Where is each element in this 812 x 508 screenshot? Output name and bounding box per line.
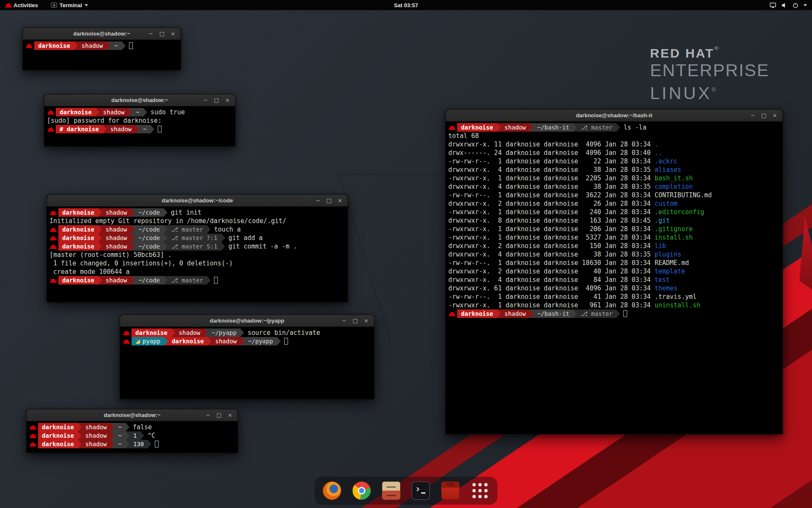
terminal-window-bash-it: darknoise@shadow:~/bash-it − □ × darknoi… [445, 109, 783, 434]
window-titlebar[interactable]: darknoise@shadow:~ − □ × [27, 409, 238, 421]
close-button[interactable]: × [771, 111, 779, 120]
terminal-content[interactable]: darknoiseshadow~falsedarknoiseshadow~1^C… [27, 421, 238, 448]
prompt-segment-user: darknoise [132, 329, 171, 337]
redhat-prompt-icon [51, 245, 56, 248]
dock-appgrid-icon[interactable] [470, 481, 490, 500]
terminal-prompt-line: darknoiseshadow~/bash-it⎇ masterls -la [448, 123, 782, 132]
dock [315, 477, 497, 505]
command-text: git init [171, 209, 201, 216]
file-name: install.sh [655, 234, 693, 241]
file-name: .travis.yml [655, 293, 697, 301]
maximize-button[interactable]: □ [325, 196, 333, 205]
powerline-arrow-icon [164, 225, 167, 234]
terminal-content[interactable]: darknoiseshadow~/codegit initInitialized… [47, 207, 348, 284]
window-titlebar[interactable]: darknoise@shadow:~ − □ × [23, 28, 181, 40]
dock-terminal-icon[interactable] [411, 481, 431, 500]
minimize-button[interactable]: − [204, 411, 212, 420]
system-status-area[interactable] [770, 3, 812, 8]
minimize-button[interactable]: − [147, 30, 155, 38]
powerline-arrow-icon [529, 309, 533, 318]
prompt-segment-host: shadow [501, 123, 530, 132]
close-button[interactable]: × [336, 196, 344, 205]
close-button[interactable]: × [362, 317, 370, 325]
window-titlebar[interactable]: darknoise@shadow:~/pyapp − □ × [120, 315, 374, 327]
terminal-output-line: -rw-rw-r--. 1 darknoise darknoise 41 Jan… [448, 293, 782, 301]
minimize-button[interactable]: − [201, 96, 210, 105]
redhat-prompt-icon [51, 211, 56, 214]
close-button[interactable]: × [223, 96, 232, 105]
terminal-prompt-line: darknoiseshadow~/code⎇ master S:1git com… [49, 242, 348, 251]
close-button[interactable]: × [226, 411, 234, 420]
powerline-arrow-icon [131, 234, 134, 242]
powerline-arrow-icon [207, 276, 211, 284]
registered-mark: ® [712, 86, 718, 93]
terminal-cursor [214, 277, 218, 284]
git-branch-icon: ⎇ [171, 243, 182, 250]
dock-toolbox-icon[interactable] [441, 481, 460, 500]
redhat-prompt-icon [48, 127, 53, 131]
prompt-segment-host: shadow [501, 309, 530, 318]
prompt-segment-user: darknoise [38, 423, 78, 431]
redhat-prompt-icon [51, 228, 56, 231]
minimize-button[interactable]: − [340, 317, 348, 325]
terminal-window-code: darknoise@shadow:~/code − □ × darknoises… [47, 194, 348, 302]
prompt-segment-host: shadow [211, 337, 241, 345]
minimize-button[interactable]: − [314, 196, 322, 205]
command-text: ls -la [623, 124, 646, 131]
app-menu-terminal[interactable]: Terminal [48, 0, 91, 10]
powerline-arrow-icon [277, 337, 281, 345]
terminal-content[interactable]: darknoiseshadow~sudo true[sudo] password… [44, 106, 235, 133]
terminal-output-line: drwxrwxr-x. 4 darknoise darknoise 84 Jan… [448, 276, 782, 284]
maximize-button[interactable]: □ [760, 111, 768, 120]
file-meta: -rwxrwxr-x. 1 darknoise darknoise 961 Ja… [448, 301, 655, 309]
output-text: [sudo] password for darknoise: [47, 117, 162, 124]
terminal-content[interactable]: darknoiseshadow~ [23, 40, 181, 50]
activities-button[interactable]: Activities [3, 0, 41, 10]
window-titlebar[interactable]: darknoise@shadow:~/bash-it − □ × [446, 110, 782, 121]
close-button[interactable]: × [169, 30, 177, 38]
maximize-button[interactable]: □ [351, 317, 359, 325]
minimize-button[interactable]: − [749, 111, 757, 120]
file-name: custom [655, 200, 678, 207]
prompt-segment-host: shadow [102, 225, 131, 234]
redhat-logo-icon [6, 3, 11, 7]
prompt-segment-user: darknoise [457, 309, 497, 318]
prompt-segment-path: ~/code [134, 276, 164, 284]
terminal-output-line: create mode 100644 a [49, 268, 348, 276]
dock-files-icon[interactable] [381, 481, 401, 500]
prompt-segment-path: ~/bash-it [533, 309, 573, 318]
clock[interactable]: Sat 03:57 [394, 2, 418, 8]
maximize-button[interactable]: □ [158, 30, 166, 38]
powerline-arrow-icon [164, 234, 167, 242]
file-name: .ackrc [655, 157, 678, 165]
powerline-arrow-icon [616, 123, 620, 132]
maximize-button[interactable]: □ [212, 96, 221, 105]
dock-firefox-icon[interactable] [322, 481, 342, 500]
prompt-segment-user: darknoise [168, 337, 208, 345]
terminal-prompt-line: # darknoiseshadow~ [47, 125, 235, 133]
prompt-segment-host: shadow [99, 108, 129, 116]
terminal-cursor [129, 42, 133, 49]
powerline-arrow-icon [573, 309, 577, 318]
terminal-cursor [284, 338, 288, 345]
prompt-segment-host: shadow [78, 41, 107, 50]
file-meta: drwxrwxr-x. 11 darknoise darknoise 4096 … [448, 141, 655, 148]
output-text: [master (root-commit) 50bcb63] . [49, 251, 172, 259]
maximize-button[interactable]: □ [215, 411, 223, 420]
powerline-arrow-icon [78, 440, 82, 448]
prompt-segment-host: shadow [82, 423, 111, 431]
prompt-segment-status: 130 [129, 440, 148, 448]
window-titlebar[interactable]: darknoise@shadow:~/code − □ × [47, 195, 348, 207]
window-titlebar[interactable]: darknoise@shadow:~ − □ × [44, 94, 235, 106]
command-text: sudo true [151, 108, 185, 116]
terminal-content[interactable]: darknoiseshadow~/bash-it⎇ masterls -lato… [446, 121, 782, 318]
prompt-segment-user: darknoise [56, 108, 96, 116]
redhat-prompt-icon [51, 236, 56, 240]
activities-label: Activities [14, 2, 38, 8]
terminal-output-line: -rwxrwxr-x. 1 darknoise darknoise 240 Ja… [448, 208, 782, 216]
terminal-prompt-line: darknoiseshadow~/codegit init [49, 208, 348, 217]
terminal-prompt-line: darknoiseshadow~/code⎇ mastertouch a [49, 225, 348, 234]
terminal-content[interactable]: darknoiseshadow~/pyappsource bin/activat… [120, 327, 374, 345]
screen-icon [770, 3, 776, 8]
dock-chrome-icon[interactable] [352, 481, 371, 500]
